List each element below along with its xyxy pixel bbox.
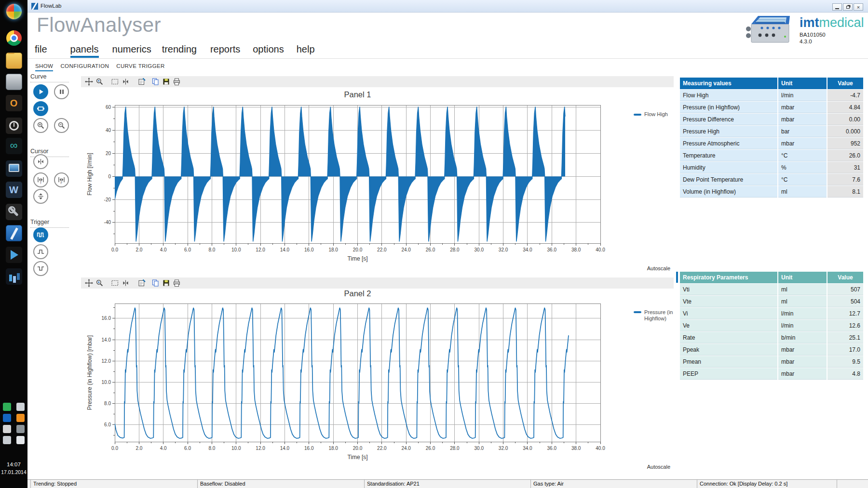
param-name: Vi bbox=[680, 308, 777, 319]
menu-item-numerics[interactable]: numerics bbox=[112, 44, 151, 58]
param-unit: °C bbox=[778, 174, 827, 185]
svg-text:20.0: 20.0 bbox=[353, 247, 363, 252]
zoom-out-button[interactable] bbox=[54, 118, 69, 133]
svg-text:38.0: 38.0 bbox=[571, 446, 581, 451]
svg-text:28.0: 28.0 bbox=[450, 446, 460, 451]
status-bar: Trending: StoppedBaseflow: DisabledStand… bbox=[27, 479, 868, 488]
editor-icon[interactable] bbox=[3, 266, 24, 287]
network-tray-icon[interactable] bbox=[3, 403, 11, 411]
menu-item-options[interactable]: options bbox=[253, 44, 284, 58]
zoom-icon[interactable] bbox=[95, 78, 104, 86]
svg-text:32.0: 32.0 bbox=[499, 446, 508, 451]
menu-item-panels[interactable]: panels bbox=[70, 44, 99, 58]
properties-icon[interactable] bbox=[138, 78, 146, 86]
close-button[interactable]: × bbox=[854, 3, 863, 11]
flow-loop-icon[interactable] bbox=[3, 136, 24, 157]
cursor-left-right-t-button[interactable]: T bbox=[33, 172, 48, 187]
media-icon[interactable] bbox=[3, 245, 24, 265]
move-icon[interactable] bbox=[85, 78, 93, 86]
remote-screen-icon[interactable] bbox=[3, 158, 24, 179]
chrome-icon[interactable] bbox=[3, 28, 24, 49]
param-name: Vti bbox=[680, 284, 777, 295]
panel1-legend-label: Flow High bbox=[644, 111, 668, 117]
svg-text:38.0: 38.0 bbox=[571, 247, 581, 252]
select-icon[interactable] bbox=[111, 279, 119, 287]
respiratory-parameters-table: Respiratory ParametersUnitValueVtiml507V… bbox=[680, 271, 863, 380]
minimize-button[interactable] bbox=[832, 3, 842, 11]
zoom-icon[interactable] bbox=[95, 279, 104, 287]
svg-text:12.0: 12.0 bbox=[102, 358, 111, 364]
cursor-up-down-button[interactable] bbox=[33, 189, 48, 204]
svg-text:4.0: 4.0 bbox=[160, 247, 167, 252]
subtab-configuration[interactable]: CONFIGURATION bbox=[60, 63, 109, 71]
word-icon[interactable] bbox=[3, 180, 24, 200]
menu-item-file[interactable]: file bbox=[35, 44, 47, 58]
save-icon[interactable] bbox=[162, 78, 170, 86]
volume-tray-icon[interactable] bbox=[16, 436, 25, 444]
param-unit: mbar bbox=[778, 368, 827, 380]
panel1-chart: 0.02.04.06.08.010.012.014.016.018.020.02… bbox=[82, 90, 675, 268]
pause-button[interactable] bbox=[54, 84, 69, 99]
properties-icon[interactable] bbox=[138, 279, 146, 287]
brand-imt: imt bbox=[800, 15, 819, 30]
tools-icon[interactable] bbox=[3, 202, 24, 223]
explorer-glyph bbox=[6, 53, 22, 69]
cursor-left-right-f-button[interactable]: F bbox=[54, 172, 69, 187]
cursor-single-button[interactable] bbox=[33, 154, 48, 169]
autoscale-button[interactable] bbox=[33, 101, 48, 116]
eject-tray-icon[interactable] bbox=[3, 425, 11, 433]
bluetooth-tray-icon[interactable] bbox=[3, 414, 11, 422]
subtab-curve-trigger[interactable]: CURVE TRIGGER bbox=[116, 63, 165, 71]
select-icon[interactable] bbox=[111, 78, 119, 86]
panel2-chart: 0.02.04.06.08.010.012.014.016.018.020.02… bbox=[82, 289, 675, 469]
print-icon[interactable] bbox=[173, 78, 181, 86]
outlook-glyph bbox=[6, 95, 22, 111]
param-name: Dew Point Temperature bbox=[680, 174, 777, 185]
screen: 14:07 17.01.2014 FlowLab × FlowAnalyser … bbox=[0, 0, 868, 488]
subtab-show[interactable]: SHOW bbox=[35, 63, 53, 71]
save-icon[interactable] bbox=[162, 279, 170, 287]
param-unit: mbar bbox=[778, 138, 827, 149]
menu-item-help[interactable]: help bbox=[297, 44, 315, 58]
svg-text:-40: -40 bbox=[104, 220, 111, 225]
alerts-tray-icon[interactable] bbox=[16, 414, 25, 422]
signal-tray-icon[interactable] bbox=[3, 436, 11, 444]
copy-icon[interactable] bbox=[151, 78, 160, 86]
cursor-icon[interactable] bbox=[122, 78, 130, 86]
trigger-pulse-down-button[interactable] bbox=[33, 261, 48, 276]
table-header-unit: Unit bbox=[778, 272, 827, 283]
timer-icon[interactable] bbox=[3, 116, 24, 136]
brand-medical: medical bbox=[819, 15, 864, 30]
table-header-value: Value bbox=[827, 272, 863, 283]
table-row: Humidity%31 bbox=[680, 162, 863, 173]
menu-item-trending[interactable]: trending bbox=[162, 44, 197, 58]
param-value: 12.7 bbox=[827, 308, 863, 319]
y-axis-label: Flow High [l/min] bbox=[86, 153, 93, 196]
cursor-icon[interactable] bbox=[122, 279, 130, 287]
restore-button[interactable] bbox=[843, 3, 853, 11]
explorer-icon[interactable] bbox=[3, 51, 24, 71]
updates-tray-icon[interactable] bbox=[16, 403, 25, 411]
menu-item-reports[interactable]: reports bbox=[210, 44, 240, 58]
software-version: 4.3.0 bbox=[800, 39, 864, 45]
param-unit: ml bbox=[778, 284, 827, 295]
zoom-in-button[interactable] bbox=[33, 118, 48, 133]
copy-icon[interactable] bbox=[151, 279, 160, 287]
svg-text:40: 40 bbox=[106, 128, 111, 133]
windows-start-icon[interactable] bbox=[3, 2, 24, 23]
tools-glyph bbox=[6, 204, 22, 220]
flowlab-icon[interactable] bbox=[3, 223, 24, 244]
svg-text:40.0: 40.0 bbox=[596, 446, 605, 451]
phone-tray-icon[interactable] bbox=[16, 425, 25, 433]
outlook-icon[interactable] bbox=[3, 93, 24, 114]
move-icon[interactable] bbox=[85, 279, 93, 287]
print-icon[interactable] bbox=[173, 279, 181, 287]
svg-text:24.0: 24.0 bbox=[401, 446, 411, 451]
trigger-wave-button[interactable] bbox=[33, 227, 48, 242]
trigger-pulse-up-button[interactable] bbox=[33, 244, 48, 259]
param-name: PEEP bbox=[680, 368, 777, 380]
play-button[interactable] bbox=[33, 84, 48, 99]
media-glyph bbox=[6, 247, 22, 263]
app-gray-icon[interactable] bbox=[3, 72, 24, 92]
param-unit: ml bbox=[778, 186, 827, 198]
